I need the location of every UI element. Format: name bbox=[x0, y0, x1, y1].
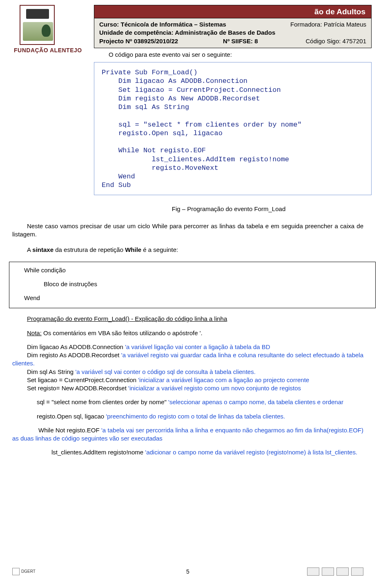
while-end: Wend bbox=[24, 294, 370, 302]
paragraph-1: Neste caso vamos precisar de usar um cic… bbox=[12, 222, 363, 239]
logo-text: FUNDAÇÃO ALENTEJO bbox=[14, 47, 94, 54]
course-info-box: Curso: Técnico/a de Informática – Sistem… bbox=[94, 18, 372, 48]
banner-title: ão de Adultos bbox=[94, 5, 372, 18]
logo-icon bbox=[20, 5, 55, 45]
page-number: 5 bbox=[186, 568, 189, 576]
page-footer: DGERT 5 bbox=[12, 567, 363, 576]
footer-left-logo: DGERT bbox=[12, 568, 36, 575]
while-syntax-box: While condição Bloco de instruções Wend bbox=[9, 262, 376, 309]
unit-line: Unidade de competência: Administração de… bbox=[99, 29, 275, 37]
intro-paragraph: O código para este evento vai ser o segu… bbox=[109, 51, 372, 59]
siifse-num: Nº SIIFSE: 8 bbox=[223, 37, 258, 45]
while-body: Bloco de instruções bbox=[44, 280, 370, 288]
logo-area: FUNDAÇÃO ALENTEJO bbox=[12, 5, 94, 205]
code-block: Private Sub Form_Load() Dim ligacao As A… bbox=[94, 62, 372, 195]
course-line: Curso: Técnico/a de Informática – Sistem… bbox=[99, 20, 226, 29]
subsection-title: Programação do evento Form_Load() - Expl… bbox=[27, 315, 363, 323]
project-num: Projecto Nº 038925/2010/22 bbox=[99, 37, 178, 45]
trainer-line: Formadora: Patrícia Mateus bbox=[290, 20, 366, 29]
code-explain-block: Dim ligacao As ADODB.Connection 'a variá… bbox=[12, 343, 363, 457]
note-line: Nota: Os comentários em VBA são feitos u… bbox=[27, 329, 363, 337]
figure-caption: Fig – Programação do evento Form_Load bbox=[94, 205, 363, 213]
paragraph-2: A sintaxe da estrutura de repetição Whil… bbox=[12, 246, 363, 254]
footer-right-logos bbox=[307, 567, 363, 576]
while-condition: While condição bbox=[24, 266, 370, 274]
sigo-code: Código Sigo: 4757201 bbox=[306, 37, 366, 45]
